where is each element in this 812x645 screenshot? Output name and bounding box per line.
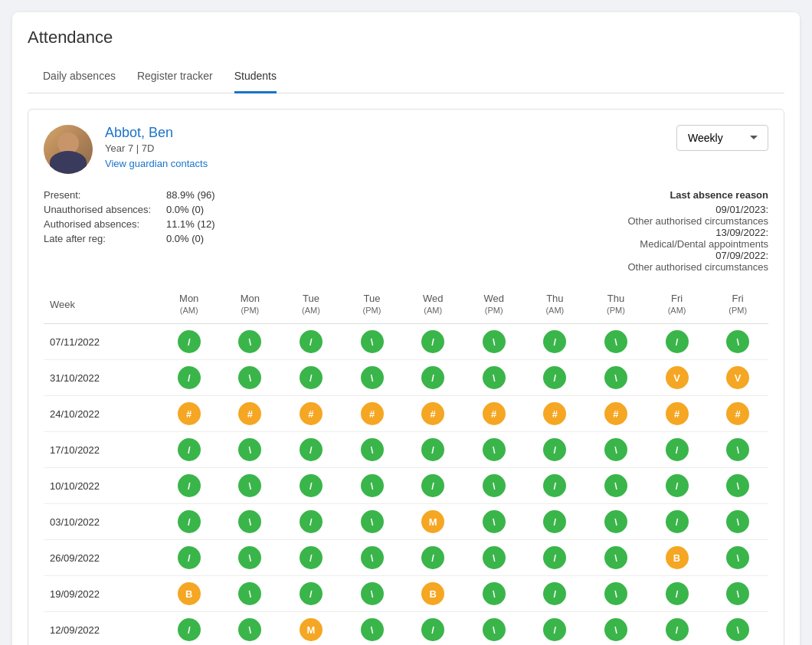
attendance-cell: # [525,396,586,432]
table-header: WeekMon(AM)Mon(PM)Tue(AM)Tue(PM)Wed(AM)W… [44,285,768,324]
attendance-cell: / [647,432,708,468]
table-row: 19/09/2022B\/\B\/\/\ [44,576,768,612]
table-row: 12/09/2022/\M\/\/\/\ [44,612,768,646]
attendance-badge: # [300,402,323,425]
stat-label: Authorised absences: [44,218,166,230]
week-cell: 24/10/2022 [44,396,159,432]
app-container: Attendance Daily absencesRegister tracke… [12,12,800,645]
attendance-badge: / [666,438,689,461]
attendance-cell: \ [707,324,768,360]
attendance-badge: / [300,438,323,461]
attendance-cell: \ [342,324,403,360]
attendance-cell: / [525,432,586,468]
attendance-badge: # [238,402,261,425]
table-row: 24/10/2022########## [44,396,768,432]
attendance-badge: / [300,546,323,569]
view-dropdown[interactable]: DailyWeeklyMonthly [676,125,768,151]
attendance-cell: / [647,504,708,540]
attendance-badge: \ [483,438,506,461]
main-content: Abbot, Ben Year 7 | 7D View guardian con… [12,93,800,645]
student-name: Abbot, Ben [105,125,676,141]
attendance-cell: / [647,576,708,612]
attendance-badge: / [543,438,566,461]
week-cell: 26/09/2022 [44,540,159,576]
absence-reason-block: Last absence reason 09/01/2023:Other aut… [584,189,768,273]
attendance-badge: \ [238,330,261,353]
absence-date: 13/09/2022: [584,227,768,238]
attendance-cell: / [159,360,220,396]
attendance-badge: # [666,402,689,425]
attendance-badge: \ [483,330,506,353]
attendance-cell: / [402,432,463,468]
attendance-badge: # [178,402,201,425]
attendance-badge: / [178,618,201,641]
week-cell: 10/10/2022 [44,468,159,504]
attendance-badge: / [178,330,201,353]
attendance-cell: # [342,396,403,432]
absence-date: 07/09/2022: [584,250,768,261]
view-select[interactable]: DailyWeeklyMonthly [676,125,768,151]
col-header-tue-am: Tue(AM) [280,285,342,324]
attendance-cell: # [220,396,281,432]
attendance-cell: \ [342,360,403,396]
attendance-badge: \ [361,366,384,389]
attendance-badge: \ [483,618,506,641]
attendance-badge: M [421,510,444,533]
attendance-badge: \ [361,546,384,569]
attendance-badge: / [300,582,323,605]
attendance-cell: / [280,432,342,468]
attendance-cell: M [402,504,463,540]
tab-register-tracker[interactable]: Register tracker [137,61,213,93]
attendance-badge: \ [238,510,261,533]
attendance-cell: M [280,612,342,646]
attendance-cell: \ [707,468,768,504]
attendance-cell: / [525,504,586,540]
attendance-cell: / [647,612,708,646]
attendance-badge: \ [361,330,384,353]
attendance-cell: / [647,324,708,360]
col-header-mon-pm: Mon(PM) [220,285,281,324]
attendance-cell: / [525,360,586,396]
attendance-cell: B [402,576,463,612]
student-year: Year 7 | 7D [105,142,676,154]
attendance-badge: \ [726,546,749,569]
attendance-badge: \ [361,474,384,497]
col-header-fri-am: Fri(AM) [647,285,708,324]
col-header-thu-am: Thu(AM) [525,285,586,324]
attendance-cell: \ [342,612,403,646]
attendance-badge: \ [726,618,749,641]
attendance-badge: / [543,474,566,497]
tab-daily-absences[interactable]: Daily absences [43,61,116,93]
attendance-cell: # [707,396,768,432]
attendance-badge: \ [361,438,384,461]
attendance-cell: / [280,324,342,360]
attendance-cell: \ [342,540,403,576]
stat-value: 88.9% (96) [166,189,215,201]
attendance-cell: \ [220,360,281,396]
absence-reason-text: Other authorised circumstances [584,261,768,273]
attendance-cell: \ [707,432,768,468]
attendance-badge: # [421,402,444,425]
attendance-cell: # [159,396,220,432]
attendance-cell: \ [585,468,647,504]
attendance-cell: / [159,468,220,504]
tab-students[interactable]: Students [234,61,277,93]
week-cell: 07/11/2022 [44,324,159,360]
attendance-badge: M [300,618,323,641]
col-header-mon-am: Mon(AM) [159,285,220,324]
stat-value: 0.0% (0) [166,204,204,215]
col-header-week: Week [44,285,159,324]
attendance-badge: / [421,438,444,461]
attendance-cell: \ [342,468,403,504]
attendance-cell: \ [707,576,768,612]
attendance-badge: / [666,510,689,533]
col-header-wed-pm: Wed(PM) [463,285,525,324]
attendance-cell: \ [585,504,647,540]
attendance-cell: \ [707,612,768,646]
attendance-cell: \ [463,612,525,646]
attendance-cell: / [402,468,463,504]
guardian-link[interactable]: View guardian contacts [105,158,208,169]
attendance-badge: \ [483,510,506,533]
attendance-cell: \ [585,432,647,468]
student-card: Abbot, Ben Year 7 | 7D View guardian con… [28,109,784,645]
